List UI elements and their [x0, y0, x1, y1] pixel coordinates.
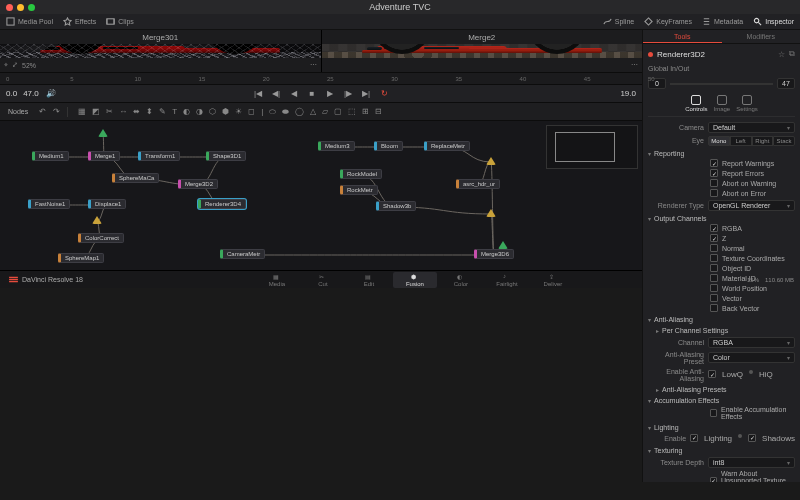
tool-icon-8[interactable]: ◐	[183, 107, 190, 116]
node-merge3d6[interactable]: Merge3D6	[474, 249, 514, 259]
toolbar-item-spline[interactable]: Spline	[603, 17, 634, 26]
node-shadow3b[interactable]: Shadow3b	[376, 201, 416, 211]
node-graph[interactable]: Medium1Merge1Transform1Shape3D1SphereMaC…	[0, 120, 642, 270]
node-medium3[interactable]: Medium3	[318, 141, 355, 151]
history-fwd-icon[interactable]: ↷	[53, 107, 60, 116]
section-aa-presets[interactable]: Anti-Aliasing Presets	[648, 383, 795, 394]
node-colorcorrect[interactable]: ColorCorrect	[78, 233, 124, 243]
shadows-checkbox[interactable]	[748, 434, 756, 442]
range-out[interactable]: 19.0	[620, 89, 636, 98]
play-button[interactable]: ▶	[324, 88, 336, 100]
tool-icon-11[interactable]: ⬢	[222, 107, 229, 116]
aa-channel-dropdown[interactable]: RGBA	[708, 337, 795, 348]
tool-icon-18[interactable]: △	[310, 107, 316, 116]
section-anti-aliasing[interactable]: Anti-Aliasing	[648, 313, 795, 324]
subtab-controls[interactable]: Controls	[685, 95, 707, 112]
camera-dropdown[interactable]: Default	[708, 122, 795, 133]
node-medium1[interactable]: Medium1	[32, 151, 69, 161]
history-back-icon[interactable]: ↶	[39, 107, 46, 116]
play-reverse-button[interactable]: ◀	[288, 88, 300, 100]
node-rockmodel[interactable]: RockModel	[340, 169, 382, 179]
tool-icon-22[interactable]: ⊞	[362, 107, 369, 116]
step-forward-button[interactable]: |▶	[342, 88, 354, 100]
node-spheremap1[interactable]: SphereMap1	[58, 253, 104, 263]
viewer-zoom-icon[interactable]: ⤢	[12, 61, 18, 69]
range-in[interactable]: 0.0	[6, 89, 17, 98]
viewer-right-canvas[interactable]	[322, 44, 643, 58]
page-tab-fairlight[interactable]: ♪Fairlight	[485, 272, 529, 288]
tool-icon-16[interactable]: ⬬	[282, 107, 289, 116]
toolbar-item-effects[interactable]: Effects	[63, 17, 96, 26]
tool-icon-10[interactable]: ⬡	[209, 107, 216, 116]
checkbox-abort-on-warning[interactable]	[710, 179, 718, 187]
node-merge[interactable]	[92, 216, 102, 224]
pin-icon[interactable]: ☆	[778, 50, 785, 59]
node-camerametr[interactable]: CameraMetr	[220, 249, 265, 259]
node-t1[interactable]	[486, 157, 496, 165]
viewer-zoom-value[interactable]: 52%	[22, 62, 36, 69]
tool-icon-7[interactable]: T	[172, 107, 177, 116]
tool-icon-6[interactable]: ✎	[159, 107, 166, 116]
close-window-button[interactable]	[6, 4, 13, 11]
page-tab-cut[interactable]: ✂Cut	[301, 272, 345, 288]
inspector-tab-modifiers[interactable]: Modifiers	[722, 30, 801, 43]
node-shape3d1[interactable]: Shape3D1	[206, 151, 246, 161]
node-t3[interactable]	[498, 241, 508, 249]
toolbar-item-keyframes[interactable]: KeyFrames	[644, 17, 692, 26]
inspector-tab-tools[interactable]: Tools	[643, 30, 722, 43]
lighting-checkbox[interactable]	[690, 434, 698, 442]
toolbar-item-metadata[interactable]: Metadata	[702, 17, 743, 26]
checkbox-normal[interactable]	[710, 244, 718, 252]
toolbar-item-media-pool[interactable]: Media Pool	[6, 17, 53, 26]
checkbox-report-errors[interactable]	[710, 169, 718, 177]
node-transform1[interactable]: Transform1	[138, 151, 180, 161]
minimize-window-button[interactable]	[17, 4, 24, 11]
node-t2[interactable]	[486, 209, 496, 217]
node-merge1[interactable]: Merge1	[88, 151, 120, 161]
subtab-image[interactable]: Image	[713, 95, 730, 112]
tool-icon-1[interactable]: ◩	[92, 107, 100, 116]
maximize-window-button[interactable]	[28, 4, 35, 11]
timeline-ruler[interactable]: 05101520253035404550	[0, 72, 642, 84]
tool-icon-13[interactable]: ◻	[248, 107, 255, 116]
sound-icon[interactable]: 🔊	[45, 88, 57, 100]
stop-button[interactable]: ■	[306, 88, 318, 100]
page-tab-fusion[interactable]: ⬢Fusion	[393, 272, 437, 288]
tool-icon-9[interactable]: ◑	[196, 107, 203, 116]
tool-icon-12[interactable]: ☀	[235, 107, 242, 116]
playhead-time[interactable]: 47.0	[23, 89, 39, 98]
aa-preset-dropdown[interactable]: Color	[708, 352, 795, 363]
loop-button[interactable]: ↻	[378, 88, 390, 100]
home-button[interactable]	[6, 273, 20, 287]
tool-icon-23[interactable]: ⊟	[375, 107, 382, 116]
node-rockmetr[interactable]: RockMetr	[340, 185, 378, 195]
section-per-channel[interactable]: Per Channel Settings	[648, 324, 795, 335]
checkbox-abort-on-error[interactable]	[710, 189, 718, 197]
viewer-options-icon[interactable]: ⋯	[631, 61, 638, 69]
versions-icon[interactable]: ⧉	[789, 49, 795, 59]
section-lighting[interactable]: Lighting	[648, 421, 795, 432]
viewer-options-icon[interactable]: ⋯	[310, 61, 317, 69]
checkbox-vector[interactable]	[710, 294, 718, 302]
renderer-type-dropdown[interactable]: OpenGL Renderer	[708, 200, 795, 211]
viewer-left-canvas[interactable]	[0, 44, 321, 58]
checkbox-back-vector[interactable]	[710, 304, 718, 312]
tool-icon-21[interactable]: ⬚	[348, 107, 356, 116]
subtab-settings[interactable]: Settings	[736, 95, 758, 112]
node-displace1[interactable]: Displace1	[88, 199, 126, 209]
tool-icon-5[interactable]: ⬍	[146, 107, 153, 116]
tool-icon-0[interactable]: ▦	[78, 107, 86, 116]
eye-option-right[interactable]: Right	[752, 136, 774, 146]
tool-icon-4[interactable]: ⬌	[133, 107, 140, 116]
aa-quality-dot[interactable]	[749, 370, 753, 374]
checkbox-z[interactable]	[710, 234, 718, 242]
goto-start-button[interactable]: |◀	[252, 88, 264, 100]
tool-icon-14[interactable]: |	[261, 107, 263, 116]
lighting-dot[interactable]	[738, 434, 742, 438]
page-tab-edit[interactable]: ▤Edit	[347, 272, 391, 288]
section-output-channels[interactable]: Output Channels	[648, 212, 795, 223]
global-out-value[interactable]: 47	[777, 78, 795, 89]
section-accumulation[interactable]: Accumulation Effects	[648, 394, 795, 405]
tool-icon-3[interactable]: ↔	[119, 107, 127, 116]
node-fastnoise1[interactable]: FastNoise1	[28, 199, 70, 209]
